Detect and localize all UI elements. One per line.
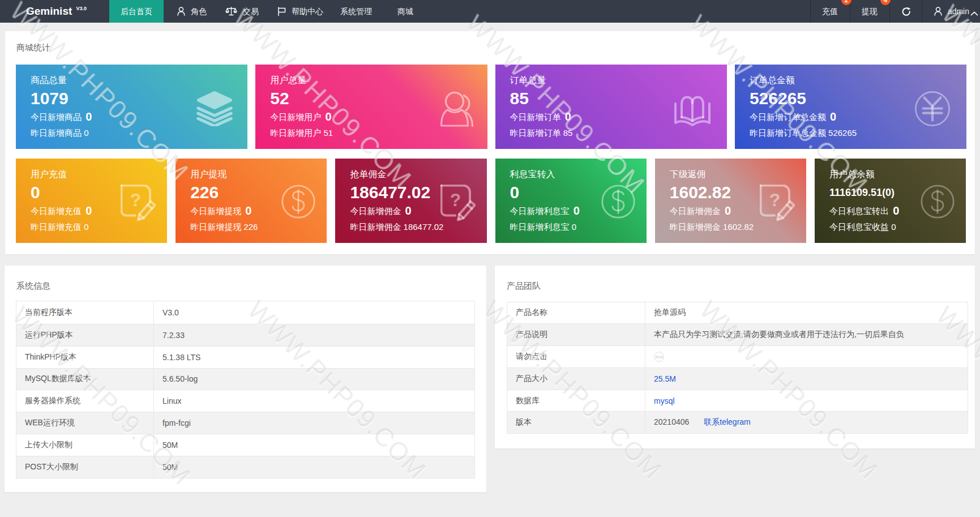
svg-text:?: ? (769, 190, 781, 210)
svg-text:?: ? (450, 190, 461, 210)
svg-text:?: ? (130, 190, 142, 210)
